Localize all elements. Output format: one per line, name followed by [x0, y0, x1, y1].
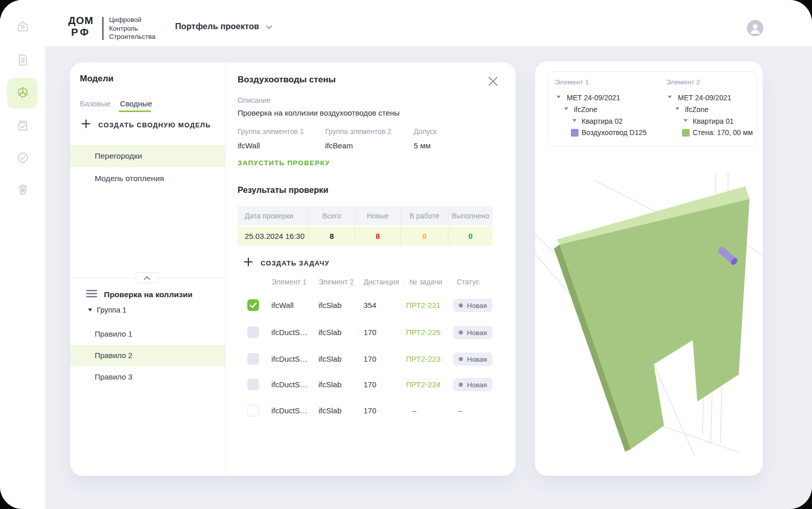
field-group-1: Группа элементов 1 ifcWall [238, 127, 304, 150]
field-group-3: Допуск 5 мм [414, 127, 437, 150]
status-badge-label: Новая [467, 356, 487, 363]
task-checkbox[interactable] [247, 326, 259, 338]
models-and-check-card: Модели Базовые Сводные СОЗДАТЬ СВОДНУЮ М… [70, 62, 516, 476]
sidebar-item-documents[interactable] [7, 46, 38, 76]
sidebar-item-models-3d[interactable] [7, 78, 38, 108]
tree-collapse-icon[interactable] [557, 96, 561, 98]
status-badge: Новая [453, 326, 493, 339]
task-checkbox[interactable] [247, 353, 259, 365]
checks-circle-icon [16, 151, 30, 167]
element-1-column-label: Элемент 1 [555, 78, 589, 86]
task-element2: ifcSlab [318, 328, 341, 337]
task-number-link[interactable]: ПРТ2-225 [406, 328, 441, 337]
tasks-column-header: Статус [457, 278, 479, 286]
sidebar-item-tasks-clipboard[interactable] [7, 111, 38, 142]
tree-leaf-label[interactable]: Воздухоотвод D125 [582, 128, 647, 137]
field-value: ifcBeam [325, 141, 391, 150]
results-cell: 25.03.2024 16:30 [238, 227, 309, 246]
collapse-section-button[interactable] [136, 272, 158, 283]
results-table-row[interactable]: 25.03.2024 16:308800 [238, 227, 493, 246]
sidebar-item-home[interactable] [7, 12, 38, 42]
rule-item[interactable]: Правило 3 [70, 366, 225, 388]
description-value: Проверка на коллизии воздухоотводов стен… [238, 108, 400, 117]
viewer-card: Элемент 1МЕТ 24-09/2021ifcZoneКвартира 0… [535, 61, 763, 476]
tree-node-label[interactable]: МЕТ 24-09/2021 [678, 93, 731, 102]
task-element1: ifcDuctS… [271, 328, 308, 337]
tree-leaf-label[interactable]: Стена: 170, 00 мм [693, 128, 753, 137]
project-portfolio-dropdown[interactable]: Портфель проектов [175, 21, 272, 31]
trash-icon [16, 183, 30, 198]
status-dot-icon [459, 383, 463, 387]
task-distance: 170 [364, 355, 376, 363]
tasks-column-header: Элемент 2 [318, 278, 354, 286]
field-label: Группа элементов 2 [325, 127, 391, 136]
tree-node-label[interactable]: Квартира 02 [582, 117, 623, 126]
field-label: Допуск [414, 127, 437, 136]
field-value: ifcWall [238, 141, 304, 150]
tree-node-label[interactable]: ifcZone [574, 105, 597, 114]
tree-collapse-icon[interactable] [572, 119, 576, 122]
tree-node-label[interactable]: ifcZone [685, 105, 709, 114]
logo-divider [102, 17, 103, 40]
sidebar-item-trash[interactable] [7, 175, 38, 206]
task-checkbox[interactable] [247, 299, 259, 311]
collision-elements-box: Элемент 1МЕТ 24-09/2021ifcZoneКвартира 0… [547, 71, 757, 147]
models-tabs: Базовые Сводные [80, 99, 152, 108]
status-badge-label: Новая [467, 329, 487, 337]
tree-collapse-icon[interactable] [564, 107, 568, 110]
hamburger-icon[interactable] [86, 290, 97, 300]
results-cell: 8 [355, 227, 401, 246]
status-dot-icon [459, 357, 463, 361]
tasks-clipboard-icon [16, 119, 30, 135]
rule-item[interactable]: Правило 1 [70, 323, 225, 345]
task-number-empty: – [412, 406, 416, 415]
tab-base-models[interactable]: Базовые [80, 99, 111, 108]
task-number-link[interactable]: ПРТ2-224 [406, 380, 441, 389]
task-row: ifcDuctS…ifcSlab170–– [238, 404, 493, 418]
field-group-2: Группа элементов 2 ifcBeam [325, 127, 391, 150]
task-number-link[interactable]: ПРТ2-223 [406, 355, 441, 363]
check-results-title: Результаты проверки [238, 185, 328, 195]
description-label: Описание [238, 96, 270, 104]
create-merged-model-button[interactable]: СОЗДАТЬ СВОДНУЮ МОДЕЛЬ [81, 119, 211, 131]
task-checkbox[interactable] [247, 405, 259, 416]
status-badge: Новая [453, 352, 493, 366]
task-row: ifcDuctS…ifcSlab170ПРТ2-225Новая [238, 325, 493, 340]
task-distance: 170 [364, 328, 376, 337]
plus-icon [243, 257, 253, 269]
status-badge: Новая [453, 299, 493, 312]
active-tab-underline [119, 110, 151, 112]
sidebar-item-checks-circle[interactable] [7, 143, 38, 174]
user-avatar[interactable] [747, 20, 763, 36]
tree-node-label[interactable]: МЕТ 24-09/2021 [567, 93, 620, 102]
task-row: ifcWallifcSlab354ПРТ2-221Новая [238, 298, 493, 313]
rule-item[interactable]: Правило 2 [70, 345, 225, 366]
task-status-empty: – [458, 406, 462, 415]
tree-collapse-icon[interactable] [668, 96, 672, 98]
results-column-header: В работе [401, 206, 448, 226]
model-item[interactable]: Перегородки [70, 145, 225, 167]
chevron-down-icon [266, 22, 272, 31]
create-task-button[interactable]: СОЗДАТЬ ЗАДАЧУ [243, 257, 330, 269]
logo-text-top: ДОМ [67, 15, 95, 26]
task-number-link[interactable]: ПРТ2-221 [406, 301, 441, 309]
results-cell: 0 [448, 227, 493, 246]
status-badge-label: Новая [467, 381, 487, 389]
tree-collapse-icon[interactable] [683, 119, 688, 122]
results-column-header: Выполнено [448, 206, 493, 226]
project-portfolio-label: Портфель проектов [175, 21, 259, 31]
model-item[interactable]: Модель отопления [70, 167, 225, 190]
status-badge: Новая [453, 378, 493, 391]
viewer-3d-canvas[interactable] [535, 148, 763, 476]
close-icon[interactable] [488, 76, 498, 86]
task-element1: ifcDuctS… [271, 406, 308, 415]
run-check-button[interactable]: ЗАПУСТИТЬ ПРОВЕРКУ [238, 159, 330, 167]
tab-merged-models[interactable]: Сводные [120, 99, 152, 108]
rule-group-node[interactable]: Группа 1 [88, 306, 126, 314]
brand-line: Контроль [109, 25, 155, 33]
brand-line: Цифровой [109, 16, 155, 25]
task-checkbox[interactable] [247, 379, 259, 390]
tree-collapse-icon[interactable] [675, 107, 679, 110]
tree-node-label[interactable]: Квартира 01 [693, 117, 734, 126]
task-element1: ifcDuctS… [271, 355, 308, 363]
